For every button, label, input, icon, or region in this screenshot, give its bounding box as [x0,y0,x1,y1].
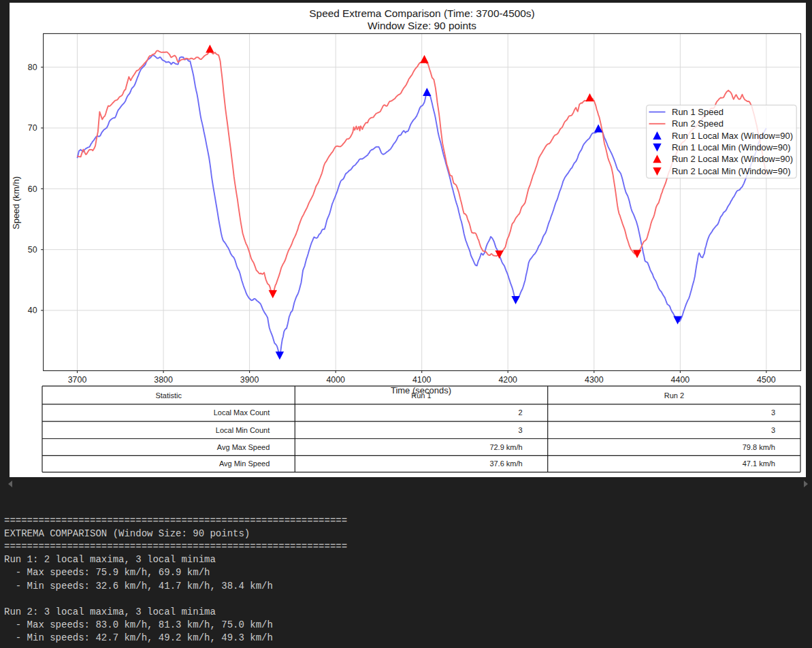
svg-text:79.8 km/h: 79.8 km/h [743,443,775,451]
svg-text:72.9 km/h: 72.9 km/h [489,443,522,451]
svg-text:4400: 4400 [671,375,690,385]
svg-text:Avg Min Speed: Avg Min Speed [219,459,270,468]
svg-text:2: 2 [519,408,523,417]
svg-text:47.1 km/h: 47.1 km/h [743,459,775,468]
svg-text:Local Min Count: Local Min Count [216,426,270,434]
svg-text:Window Size: 90 points: Window Size: 90 points [368,20,476,31]
svg-text:60: 60 [28,184,37,194]
svg-text:Run 2 Local Max (Window=90): Run 2 Local Max (Window=90) [672,154,793,164]
svg-text:Speed Extrema Comparison (Time: Speed Extrema Comparison (Time: 3700-450… [309,7,534,19]
svg-text:4100: 4100 [412,375,432,385]
svg-text:Run 1 Local Max (Window=90): Run 1 Local Max (Window=90) [672,131,793,141]
svg-text:Local Max Count: Local Max Count [214,408,270,417]
svg-text:Run 1 Local Min (Window=90): Run 1 Local Min (Window=90) [672,142,791,152]
svg-text:3: 3 [771,426,775,434]
svg-text:70: 70 [28,123,37,133]
svg-text:3900: 3900 [240,375,259,385]
svg-text:Statistic: Statistic [155,391,182,400]
svg-text:3700: 3700 [68,375,87,385]
svg-text:4300: 4300 [585,375,604,385]
svg-text:Run 2 Local Min (Window=90): Run 2 Local Min (Window=90) [672,166,791,176]
svg-text:Time (seconds): Time (seconds) [391,385,451,395]
svg-text:Run 2 Speed: Run 2 Speed [672,118,724,129]
svg-text:3800: 3800 [154,375,173,385]
svg-text:Avg Max Speed: Avg Max Speed [217,443,270,451]
svg-text:Run 2: Run 2 [664,391,684,400]
svg-text:40: 40 [28,306,37,315]
svg-text:37.6 km/h: 37.6 km/h [489,459,522,468]
svg-text:3: 3 [771,408,775,417]
svg-text:4500: 4500 [757,375,776,385]
svg-text:Speed (km/h): Speed (km/h) [11,176,21,229]
svg-text:3: 3 [519,426,523,434]
svg-text:50: 50 [28,245,37,255]
svg-text:4000: 4000 [326,375,345,385]
svg-text:Run 1 Speed: Run 1 Speed [672,107,724,117]
svg-text:80: 80 [28,63,37,72]
svg-text:4200: 4200 [498,375,517,385]
